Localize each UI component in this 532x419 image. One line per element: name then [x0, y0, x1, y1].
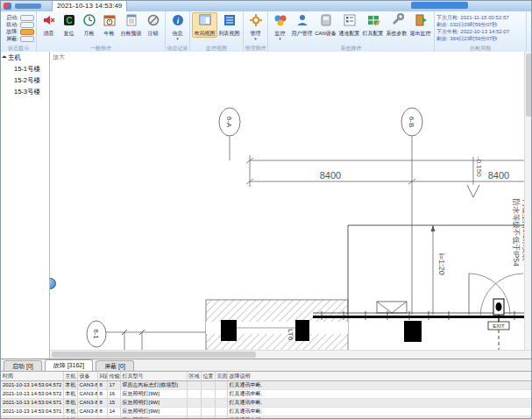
- mute-button[interactable]: 消音: [39, 12, 59, 37]
- quick-access-bar[interactable]: [15, 4, 41, 9]
- general-ops-group-label: 一般操作: [37, 45, 165, 52]
- annual-check-calendar-icon: [103, 13, 117, 31]
- app-icon: [4, 3, 11, 10]
- can-device-icon: [319, 13, 333, 31]
- annual-check-button[interactable]: 年检: [99, 12, 119, 37]
- manage-ops-group-label: 管理操作: [244, 45, 267, 52]
- tree-root-label: 主机: [8, 53, 21, 62]
- status-indicator-fault: [20, 29, 34, 35]
- exit-monitor-button[interactable]: 退出监控: [408, 12, 432, 37]
- status-row-shield: 屏蔽:: [3, 36, 34, 42]
- fault-row[interactable]: 2021-10-13 14:53:04.571 本机 CAN3-8 8 14 应…: [1, 408, 532, 416]
- tree-node-building-3[interactable]: 15-3号楼: [1, 86, 49, 97]
- device-tree-sidebar: 主机 15-1号楼 15-2号楼 15-3号楼: [1, 52, 50, 359]
- monitor-icon: [273, 13, 287, 31]
- tab-start[interactable]: 启动 [0]: [4, 360, 42, 371]
- annual-remaining: 剩余: 364日23时59分07秒: [436, 35, 497, 42]
- vertical-scrollbar-thumb[interactable]: [526, 53, 532, 117]
- exit-door-icon: [414, 13, 428, 31]
- zoom-in-label[interactable]: 放大: [53, 53, 65, 60]
- user-icon: [295, 13, 309, 31]
- channel-config-button[interactable]: 通道配置: [337, 12, 361, 37]
- svg-text:i=1:20: i=1:20: [437, 253, 446, 275]
- stair-label: LT6: [287, 329, 294, 341]
- grid-bubble-6a: 6-A: [219, 108, 240, 160]
- fault-table-body: 2021-10-13 14:53:04.572 本机 CAN3-8 8 17 双…: [1, 381, 532, 419]
- col-loop[interactable]: 回路: [97, 372, 107, 381]
- col-address[interactable]: 传输地址: [107, 372, 120, 381]
- horizontal-scrollbar-thumb[interactable]: [52, 352, 256, 358]
- col-time[interactable]: 时间: [1, 372, 63, 381]
- dim-8400-right: 8400: [488, 170, 509, 181]
- horizontal-scrollbar[interactable]: [50, 350, 532, 359]
- col-host[interactable]: 主机: [63, 372, 77, 381]
- system-ops-group: 监控 ▾ 用户管理 CAN设备 通道配置 灯具配置: [268, 11, 435, 52]
- col-location[interactable]: 位置: [201, 372, 215, 381]
- monthly-check-clock-icon: [82, 13, 96, 31]
- col-zone[interactable]: 区域: [187, 372, 201, 381]
- vent-symbol: [377, 302, 407, 313]
- stair-hatch-block: LT6: [206, 300, 348, 351]
- status-indicator-linkage: [20, 22, 34, 28]
- layout-view-button[interactable]: 布局视图: [192, 12, 217, 38]
- user-manage-button[interactable]: 用户管理: [290, 12, 314, 37]
- list-view-button[interactable]: 列表视图: [217, 12, 241, 37]
- logout-button[interactable]: 注销: [143, 12, 163, 37]
- info-record-group-label: 信息记录: [166, 45, 189, 52]
- gear-icon: [249, 13, 263, 31]
- fault-row[interactable]: 2021-10-13 14:53:04.572 本机 CAN3-8 8 17 双…: [1, 381, 532, 390]
- dim-8400-left: 8400: [320, 170, 341, 181]
- lamp-config-button[interactable]: 灯具配置: [361, 12, 385, 37]
- col-fault-desc[interactable]: 故障说明: [227, 372, 532, 381]
- tab-shield[interactable]: 屏蔽 [0]: [96, 360, 134, 371]
- grid-bubble-61: 6-1: [87, 321, 206, 351]
- lamp-config-icon: [366, 13, 380, 31]
- system-ops-group-label: 系统操作: [268, 45, 434, 52]
- can-device-button[interactable]: CAN设备: [314, 12, 337, 37]
- monthly-remaining: 剩余: 032日09时59分07秒: [436, 21, 497, 28]
- monthly-check-button[interactable]: 月检: [79, 12, 99, 37]
- reset-icon: C: [62, 13, 76, 31]
- info-button[interactable]: i 信息 ▾: [167, 12, 188, 40]
- cad-plan-canvas[interactable]: 放大 6-A 6-B 8400 8: [50, 52, 532, 359]
- status-row-fault: 故障:: [3, 29, 34, 35]
- tree-node-building-2[interactable]: 15-2号楼: [1, 75, 49, 86]
- fault-row[interactable]: 2021-10-13 14:53:04.572 本机 CAN3-8 8 16 应…: [1, 390, 532, 399]
- fault-row[interactable]: 2021-10-13 14:53:04.571 本机 CAN3-8 8 15 应…: [1, 399, 532, 408]
- col-lamp-model[interactable]: 灯具型号: [120, 372, 187, 381]
- col-page[interactable]: 页面: [215, 372, 227, 381]
- monitor-view-group: 布局视图 列表视图 监控视图: [190, 11, 244, 52]
- ribbon-toolbar: 启动: 联动: 故障: 屏蔽: 状态提示: [1, 11, 532, 53]
- self-check-group: 下次月检: 2021-11-15 00:52:57 剩余: 032日09时59分…: [435, 11, 527, 52]
- level-marker: -0.150: [467, 157, 483, 197]
- tree-expander-icon[interactable]: [2, 55, 7, 60]
- svg-text:-0.150: -0.150: [475, 157, 483, 177]
- status-group-label: 状态提示: [1, 45, 36, 52]
- next-annual-check: 下次年检: 2022-10-13 14:52:07: [436, 28, 509, 35]
- column-1: [221, 320, 237, 341]
- manage-ops-group: 管理 ▾ 管理操作: [244, 11, 268, 52]
- layout-view-icon: [198, 13, 212, 31]
- col-device[interactable]: 设备: [77, 372, 97, 381]
- titlebar-accent: [411, 2, 468, 9]
- list-view-icon: [223, 13, 237, 31]
- grid-bubble-6b: 6-B: [401, 108, 422, 315]
- self-check-group-label: 自检周期: [435, 45, 526, 52]
- vertical-scrollbar[interactable]: [524, 52, 532, 351]
- svg-text:6-1: 6-1: [92, 329, 100, 339]
- svg-text:C: C: [66, 16, 72, 25]
- status-row-linkage: 联动:: [3, 22, 34, 28]
- general-ops-group: 消音 C 复位 月检 年检 自检预设: [37, 11, 166, 52]
- reset-button[interactable]: C 复位: [59, 12, 79, 37]
- channel-config-icon: [343, 13, 357, 31]
- tree-node-host[interactable]: 主机: [1, 52, 49, 63]
- monitor-button[interactable]: 监控 ▾: [270, 12, 290, 40]
- fault-row[interactable]: 2021-10-13 14:53:04.571 本机 CAN3-8 8 13 应…: [1, 416, 532, 419]
- tab-fault[interactable]: 故障 [3162]: [45, 359, 93, 371]
- tree-node-building-1[interactable]: 15-1号楼: [1, 63, 49, 75]
- selfcheck-preset-button[interactable]: 自检预设: [119, 12, 143, 37]
- fault-table-header: 时间 主机 设备 回路 传输地址 灯具型号 区域 位置 页面 故障说明: [1, 372, 532, 381]
- manage-button[interactable]: 管理 ▾: [245, 12, 266, 40]
- system-params-button[interactable]: 系统参数: [385, 12, 408, 37]
- selfcheck-preset-page-icon: [124, 13, 138, 31]
